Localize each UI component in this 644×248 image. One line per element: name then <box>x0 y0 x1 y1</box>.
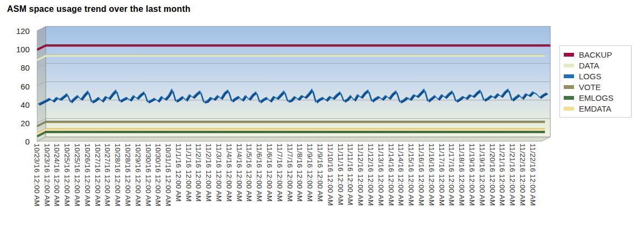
x-axis-tick-label: 11/3/16 12:00 AM <box>215 143 223 202</box>
legend-item: LOGS <box>564 71 631 81</box>
x-axis-tick-label: 10/31/16 12:00 AM <box>164 143 172 206</box>
x-axis-tick-label: 11/19/16 12:00 AM <box>468 143 476 206</box>
x-axis-tick-label: 11/17/16 12:00 AM <box>447 143 456 206</box>
legend-color-swatch <box>564 85 574 89</box>
x-axis-tick-label: 11/9/16 12:00 AM <box>306 143 314 202</box>
legend-color-swatch <box>564 74 574 78</box>
x-axis-tick-label: 10/26/16 12:00 AM <box>83 143 92 206</box>
x-axis-tick-label: 11/8/16 12:00 AM <box>296 143 304 202</box>
x-axis-tick-label: 11/22/16 12:00 AM <box>519 143 527 206</box>
series-line-LOGS <box>38 89 547 104</box>
y-axis-tick-label: 80 <box>7 63 30 72</box>
series-line-BACKUP <box>37 46 550 50</box>
series-edge-VOTE <box>37 121 545 126</box>
x-axis-tick-label: 11/2/16 12:00 AM <box>205 143 213 202</box>
x-axis-tick-label: 11/11/16 12:00 AM <box>346 143 354 205</box>
gridline-wall <box>37 119 46 123</box>
series-ribbon-LOGS <box>38 89 548 106</box>
legend-item: BACKUP <box>564 49 631 60</box>
y-axis-tick-label: 0 <box>7 137 30 146</box>
y-axis-tick-label: 120 <box>7 26 30 36</box>
x-axis-tick-label: 11/16/16 12:00 AM <box>417 143 425 206</box>
series-edge-DATA <box>37 55 545 59</box>
floor <box>37 137 550 141</box>
series-edge-EMLOGS <box>37 131 545 135</box>
asm-usage-chart: ASM space usage trend over the last mont… <box>0 0 644 248</box>
left-wall <box>37 26 46 141</box>
legend-item: VOTE <box>564 81 631 92</box>
x-axis-tick-label: 11/7/16 12:00 AM <box>276 143 284 202</box>
x-axis-tick-label: 11/16/16 12:00 AM <box>428 143 436 206</box>
x-axis-tick-label: 11/1/16 12:00 AM <box>185 143 193 202</box>
x-axis-tick-label: 11/1/16 12:00 AM <box>174 143 183 202</box>
legend-color-swatch <box>564 107 574 111</box>
series-line-DATA <box>37 56 545 60</box>
x-axis-tick-label: 11/2/16 12:00 AM <box>194 143 202 202</box>
x-axis-tick-label: 11/12/16 12:00 AM <box>367 143 375 206</box>
x-axis-tick-label: 11/5/16 12:00 AM <box>245 143 253 202</box>
x-axis-tick-label: 11/19/16 12:00 AM <box>478 143 486 206</box>
legend-item-label: LOGS <box>579 72 601 81</box>
x-axis-tick-label: 11/12/16 12:00 AM <box>356 143 365 206</box>
x-axis-tick-label: 11/14/16 12:00 AM <box>387 143 395 206</box>
legend-item: EMLOGS <box>564 92 631 103</box>
x-axis-tick-label: 10/24/16 12:00 AM <box>53 143 61 206</box>
legend-item-label: BACKUP <box>579 50 612 59</box>
x-axis-tick-label: 10/27/16 12:00 AM <box>94 143 102 206</box>
series-edge-EMDATA <box>37 128 545 133</box>
legend-color-swatch <box>564 64 574 67</box>
x-axis-tick-label: 11/13/16 12:00 AM <box>377 143 385 206</box>
y-axis-tick-label: 60 <box>7 81 30 91</box>
x-axis-tick-label: 11/4/16 12:00 AM <box>235 143 243 202</box>
x-axis-tick-label: 11/11/16 12:00 AM <box>337 143 345 205</box>
legend-item: EMDATA <box>564 103 631 114</box>
x-axis-tick-label: 11/6/16 12:00 AM <box>255 143 263 202</box>
series-line-VOTE <box>37 122 545 127</box>
chart-title: ASM space usage trend over the last mont… <box>7 4 191 14</box>
legend-color-swatch <box>564 53 574 57</box>
x-axis-tick-label: 11/21/16 12:00 AM <box>498 143 506 206</box>
x-axis-tick-label: 10/28/16 12:00 AM <box>114 143 122 206</box>
x-axis-tick-label: 10/25/16 12:00 AM <box>73 143 81 206</box>
x-axis-tick-label: 11/10/16 12:00 AM <box>326 143 334 206</box>
x-axis-tick-label: 10/28/16 12:00 AM <box>124 143 132 206</box>
series-line-EMLOGS <box>37 132 545 136</box>
x-axis-tick-label: 11/14/16 12:00 AM <box>397 143 405 206</box>
y-axis-tick-label: 40 <box>7 100 30 109</box>
x-axis-tick-label: 11/7/16 12:00 AM <box>286 143 294 202</box>
y-axis-tick-label: 20 <box>7 118 30 127</box>
series-line-EMDATA <box>37 129 545 134</box>
series-edge-BACKUP <box>37 45 550 49</box>
x-axis-tick-label: 11/17/16 12:00 AM <box>438 143 446 206</box>
gridline-wall <box>37 45 46 49</box>
legend-item-label: VOTE <box>579 82 601 92</box>
legend-item-label: DATA <box>579 61 599 70</box>
x-axis-tick-label: 11/22/16 12:00 AM <box>529 143 537 206</box>
x-axis-tick-label: 11/20/16 12:00 AM <box>488 143 496 206</box>
x-axis-tick-label: 11/9/16 12:00 AM <box>316 143 324 202</box>
legend-item-label: EMDATA <box>579 104 611 113</box>
legend-color-swatch <box>564 96 574 100</box>
legend-item: DATA <box>564 60 631 71</box>
gridline-wall <box>37 82 46 86</box>
x-axis-tick-label: 10/23/16 12:00 AM <box>43 143 51 206</box>
x-axis-tick-label: 10/25/16 12:00 AM <box>63 143 71 206</box>
x-axis-tick-label: 11/6/16 12:00 AM <box>265 143 274 202</box>
gridline-wall <box>37 63 46 67</box>
x-axis-tick-label: 10/27/16 12:00 AM <box>103 143 111 206</box>
x-axis-tick-label: 10/23/16 12:00 AM <box>33 143 41 206</box>
x-axis-tick-label: 11/18/16 12:00 AM <box>458 143 466 206</box>
plot-3d-box <box>0 0 644 248</box>
y-axis-tick-label: 100 <box>7 45 30 54</box>
legend-item-label: EMLOGS <box>579 93 613 102</box>
x-axis-tick-label: 10/30/16 12:00 AM <box>154 143 162 206</box>
gridline-wall <box>37 100 46 105</box>
x-axis-tick-label: 11/4/16 12:00 AM <box>225 143 233 202</box>
x-axis-tick-label: 10/30/16 12:00 AM <box>144 143 152 206</box>
x-axis-tick-label: 11/21/16 12:00 AM <box>508 143 516 206</box>
legend: BACKUPDATALOGSVOTEEMLOGSEMDATA <box>559 45 632 118</box>
x-axis-tick-label: 11/15/16 12:00 AM <box>407 143 415 206</box>
x-axis-tick-label: 10/29/16 12:00 AM <box>134 143 142 206</box>
plot-background <box>46 26 550 137</box>
